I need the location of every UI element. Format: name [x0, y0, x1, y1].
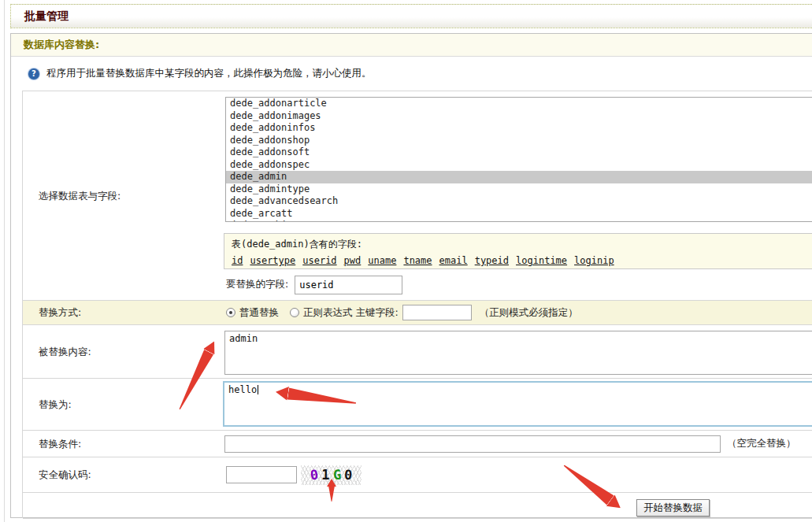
- row-submit: 开始替换数据: [23, 493, 812, 519]
- source-textarea[interactable]: admin: [224, 331, 812, 375]
- page-left-divider: [4, 0, 5, 522]
- field-link[interactable]: logintime: [516, 255, 567, 266]
- key-field-label: 主键字段:: [356, 306, 399, 320]
- replace-mode-content: 普通替换 正则表达式 主键字段: （正则模式必须指定）: [226, 301, 578, 324]
- row-captcha: 安全确认码: 01G0: [23, 457, 812, 493]
- regex-note: （正则模式必须指定）: [480, 306, 578, 320]
- captcha-char: G: [332, 468, 341, 482]
- field-pick-row: 要替换的字段:: [226, 275, 402, 294]
- field-link[interactable]: loginip: [574, 255, 614, 266]
- section-header: 数据库内容替换:: [11, 34, 812, 57]
- table-option[interactable]: dede_addonspec: [226, 159, 812, 172]
- table-select-label: 选择数据表与字段:: [39, 189, 121, 202]
- captcha-input[interactable]: [226, 466, 297, 483]
- condition-label: 替换条件:: [39, 437, 81, 450]
- row-source-content: 被替换内容: admin: [23, 325, 812, 379]
- table-option[interactable]: dede_advancedsearch: [226, 195, 812, 208]
- start-replace-button[interactable]: 开始替换数据: [636, 499, 710, 516]
- condition-content: （空完全替换）: [224, 431, 796, 457]
- radio-regex-replace[interactable]: [290, 308, 299, 317]
- condition-note: （空完全替换）: [727, 437, 796, 450]
- replace-mode-label: 替换方式:: [39, 306, 81, 320]
- table-option[interactable]: dede_addoninfos: [226, 122, 812, 135]
- field-link[interactable]: pwd: [344, 255, 362, 266]
- table-option[interactable]: dede_arcatt: [226, 208, 812, 220]
- field-pick-input[interactable]: [295, 276, 402, 294]
- target-textarea[interactable]: hello: [223, 381, 812, 427]
- field-link[interactable]: email: [439, 255, 468, 266]
- main-panel: 数据库内容替换: ? 程序用于批量替换数据库中某字段的内容，此操作极为危险，请小…: [10, 33, 812, 518]
- condition-input[interactable]: [224, 435, 721, 453]
- field-link[interactable]: tname: [403, 255, 432, 266]
- field-link[interactable]: id: [232, 255, 243, 266]
- captcha-char: 0: [343, 468, 352, 482]
- table-option[interactable]: dede_addonarticle: [226, 98, 812, 110]
- row-table-select: 选择数据表与字段: dede_addonarticledede_addonima…: [23, 91, 812, 301]
- text-caret: [258, 385, 258, 394]
- table-option[interactable]: dede_addonsoft: [226, 146, 812, 159]
- field-link[interactable]: typeid: [475, 255, 509, 266]
- help-icon: ?: [28, 68, 39, 80]
- radio-normal-label: 普通替换: [239, 306, 279, 320]
- captcha-char: 1: [321, 468, 329, 482]
- table-option[interactable]: dede_addonimages: [226, 110, 812, 123]
- info-row: ? 程序用于批量替换数据库中某字段的内容，此操作极为危险，请小心使用。: [11, 57, 812, 91]
- field-link[interactable]: usertype: [250, 255, 295, 266]
- captcha-char: 0: [310, 468, 319, 482]
- captcha-content: 01G0: [226, 457, 362, 492]
- captcha-image: 01G0: [301, 465, 362, 485]
- radio-regex-label: 正则表达式: [303, 306, 353, 320]
- field-link[interactable]: userid: [302, 255, 336, 266]
- page: 批量管理 数据库内容替换: ? 程序用于批量替换数据库中某字段的内容，此操作极为…: [0, 0, 812, 522]
- target-label: 替换为:: [39, 398, 72, 411]
- table-option[interactable]: dede_archives: [226, 220, 812, 222]
- field-link[interactable]: uname: [368, 255, 396, 266]
- source-label: 被替换内容:: [39, 345, 91, 358]
- field-pick-label: 要替换的字段:: [226, 278, 288, 291]
- captcha-label: 安全确认码:: [39, 468, 91, 482]
- fields-box: 表(dede_admin)含有的字段: idusertypeuseridpwdu…: [224, 233, 812, 269]
- radio-normal-replace[interactable]: [226, 308, 235, 317]
- section-title: 数据库内容替换:: [24, 39, 99, 50]
- page-title-bar: 批量管理: [10, 4, 812, 28]
- replace-form: 选择数据表与字段: dede_addonarticledede_addonima…: [22, 91, 812, 518]
- table-option[interactable]: dede_addonshop: [226, 135, 812, 147]
- page-title: 批量管理: [24, 9, 69, 22]
- target-text: hello: [228, 384, 257, 395]
- row-replace-mode: 替换方式: 普通替换 正则表达式 主键字段: （正则模式必须指定）: [23, 301, 812, 325]
- info-text: 程序用于批量替换数据库中某字段的内容，此操作极为危险，请小心使用。: [46, 67, 372, 80]
- key-field-input[interactable]: [402, 305, 472, 320]
- row-target-content: 替换为: hello: [23, 379, 812, 431]
- field-links: idusertypeuseridpwdunametnameemailtypeid…: [232, 255, 806, 266]
- fields-box-title: 表(dede_admin)含有的字段:: [232, 238, 806, 251]
- row-condition: 替换条件: （空完全替换）: [23, 431, 812, 457]
- table-select[interactable]: dede_addonarticledede_addonimagesdede_ad…: [225, 97, 812, 222]
- table-option[interactable]: dede_admin: [226, 171, 812, 183]
- table-option[interactable]: dede_admintype: [226, 183, 812, 196]
